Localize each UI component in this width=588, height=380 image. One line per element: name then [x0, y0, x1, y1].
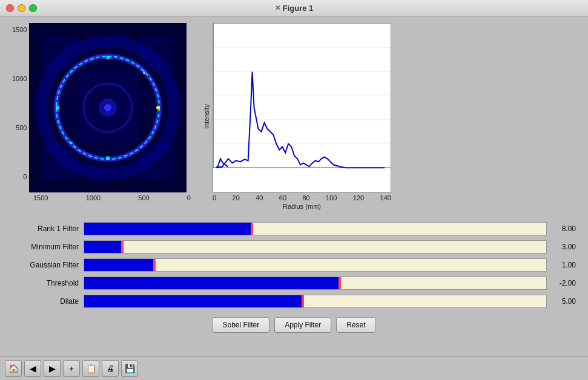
slider-track-2[interactable] — [84, 258, 547, 272]
slider-label-0: Rank 1 Filter — [12, 224, 79, 233]
svg-point-18 — [70, 142, 73, 144]
right-x-axis: 0 20 40 60 80 100 120 140 — [213, 192, 391, 201]
slider-fill-2 — [84, 259, 153, 271]
y-axis-label: Intensity — [203, 104, 210, 129]
slider-value-1: 3.00 — [552, 243, 576, 251]
svg-point-20 — [104, 104, 111, 111]
slider-value-4: 5.00 — [552, 297, 576, 306]
svg-point-14 — [56, 106, 59, 110]
window-title: ✕ Figure 1 — [275, 4, 314, 13]
right-plot-canvas — [213, 23, 391, 192]
apply-filter-button[interactable]: Apply Filter — [274, 317, 331, 333]
back-button[interactable]: ◀ — [24, 360, 41, 377]
save-button[interactable]: 💾 — [121, 360, 138, 377]
minimize-button[interactable] — [18, 4, 25, 12]
left-y-axis: 1500 1000 500 0 — [12, 23, 29, 192]
slider-row-0: Rank 1 Filter8.00 — [12, 222, 576, 235]
right-plot-inner: 0 20 40 60 80 100 120 140 Radius (mm) — [213, 23, 391, 210]
svg-point-16 — [106, 156, 110, 160]
print-button[interactable]: 🖨 — [102, 360, 119, 377]
select-button[interactable]: 📋 — [82, 360, 99, 377]
x-axis-title: Radius (mm) — [213, 203, 391, 210]
slider-value-3: -2.00 — [552, 279, 576, 287]
slider-label-3: Threshold — [12, 279, 79, 287]
slider-fill-1 — [84, 241, 121, 253]
right-plot-section: Intensity — [203, 23, 391, 210]
slider-row-1: Minimum Filter3.00 — [12, 240, 576, 254]
maximize-button[interactable] — [29, 4, 37, 12]
main-content: 1500 1000 500 0 — [0, 17, 588, 356]
forward-button[interactable]: ▶ — [44, 360, 61, 377]
slider-thumb-4 — [302, 295, 304, 307]
slider-label-4: Dilate — [12, 297, 79, 306]
slider-row-4: Dilate5.00 — [12, 295, 576, 308]
slider-thumb-2 — [153, 259, 156, 271]
sobel-filter-button[interactable]: Sobel Filter — [212, 317, 269, 333]
slider-label-1: Minimum Filter — [12, 243, 79, 251]
slider-track-4[interactable] — [84, 295, 547, 308]
window-controls[interactable] — [6, 4, 37, 12]
slider-track-3[interactable] — [84, 277, 547, 290]
slider-row-3: Threshold-2.00 — [12, 277, 576, 290]
svg-point-13 — [156, 106, 160, 110]
bottom-toolbar: 🏠 ◀ ▶ + 📋 🖨 💾 — [0, 356, 588, 380]
slider-row-2: Gaussian Filter1.00 — [12, 258, 576, 272]
left-plot-section: 1500 1000 500 0 — [12, 23, 191, 201]
slider-track-1[interactable] — [84, 240, 547, 254]
left-plot-canvas — [29, 23, 187, 192]
slider-fill-3 — [84, 277, 339, 289]
title-label: Figure 1 — [283, 4, 314, 13]
left-x-axis: 1500 1000 500 0 — [33, 192, 191, 201]
slider-value-0: 8.00 — [552, 224, 576, 233]
close-button[interactable] — [6, 4, 14, 12]
slider-fill-0 — [84, 223, 251, 235]
zoom-button[interactable]: + — [63, 360, 80, 377]
slider-track-0[interactable] — [84, 222, 547, 235]
plots-area: 1500 1000 500 0 — [12, 23, 576, 210]
title-icon: ✕ — [275, 4, 280, 12]
slider-thumb-3 — [339, 277, 341, 289]
svg-point-15 — [106, 56, 110, 59]
slider-label-2: Gaussian Filter — [12, 261, 79, 269]
slider-thumb-1 — [121, 241, 124, 253]
title-bar: ✕ Figure 1 — [0, 0, 588, 17]
slider-value-2: 1.00 — [552, 261, 576, 269]
buttons-area: Sobel Filter Apply Filter Reset — [12, 317, 576, 333]
svg-rect-22 — [213, 24, 391, 192]
slider-thumb-0 — [251, 223, 253, 235]
slider-fill-4 — [84, 295, 302, 307]
sliders-section: Rank 1 Filter8.00Minimum Filter3.00Gauss… — [12, 222, 576, 308]
left-plot-container: 1500 1000 500 0 — [12, 23, 191, 192]
svg-point-17 — [143, 71, 145, 74]
reset-button[interactable]: Reset — [336, 317, 375, 333]
home-button[interactable]: 🏠 — [5, 360, 22, 377]
